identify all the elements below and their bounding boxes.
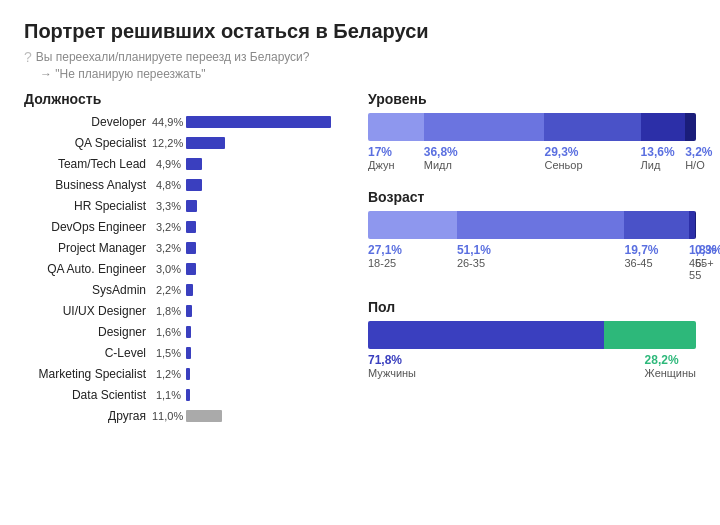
bar-pct: 4,9% — [152, 158, 186, 170]
stacked-label-text: 18-25 — [368, 257, 396, 269]
bar-pct: 44,9% — [152, 116, 186, 128]
stacked-label-pct: 17% — [368, 145, 392, 159]
bar-track — [186, 158, 344, 170]
stacked-label-pct: 3,2% — [685, 145, 712, 159]
bar-track — [186, 137, 344, 149]
level-labels: 17%Джун36,8%Мидл29,3%Сеньор13,6%Лид3,2%H… — [368, 145, 696, 171]
stacked-label-item: 0,3%55+ — [695, 243, 696, 281]
bar-track — [186, 116, 344, 128]
bar-track — [186, 347, 344, 359]
bar-chart: Developer44,9%QA Specialist12,2%Team/Tec… — [24, 113, 344, 425]
stacked-label-item: 27,1%18-25 — [368, 243, 457, 281]
bar-row: Marketing Specialist1,2% — [24, 365, 344, 383]
stacked-segment — [368, 211, 457, 239]
bar-fill — [186, 221, 196, 233]
bar-label: Business Analyst — [24, 178, 152, 192]
stacked-label-item: 13,6%Лид — [641, 145, 686, 171]
stacked-label-text: 36-45 — [624, 257, 652, 269]
bar-pct: 1,5% — [152, 347, 186, 359]
bar-label: DevOps Engineer — [24, 220, 152, 234]
bar-row: QA Auto. Engineer3,0% — [24, 260, 344, 278]
subtitle-answer: → "Не планирую переезжать" — [40, 67, 696, 81]
bar-pct: 2,2% — [152, 284, 186, 296]
bar-pct: 11,0% — [152, 410, 186, 422]
bar-fill — [186, 116, 331, 128]
bar-pct: 3,0% — [152, 263, 186, 275]
level-bar — [368, 113, 696, 141]
bar-fill — [186, 242, 196, 254]
bar-row: Project Manager3,2% — [24, 239, 344, 257]
gender-label-text: Мужчины — [368, 367, 416, 379]
stacked-label-text: 26-35 — [457, 257, 485, 269]
bar-fill — [186, 347, 191, 359]
stacked-label-item: 19,7%36-45 — [624, 243, 689, 281]
stacked-segment — [695, 211, 696, 239]
bar-fill — [186, 200, 197, 212]
bar-track — [186, 305, 344, 317]
age-labels: 27,1%18-2551,1%26-3519,7%36-451,8%46-550… — [368, 243, 696, 281]
level-title: Уровень — [368, 91, 696, 107]
bar-fill — [186, 326, 191, 338]
level-section: Уровень 17%Джун36,8%Мидл29,3%Сеньор13,6%… — [368, 91, 696, 171]
bar-track — [186, 389, 344, 401]
gender-label-pct: 28,2% — [645, 353, 696, 367]
stacked-segment — [424, 113, 545, 141]
stacked-segment — [544, 113, 640, 141]
stacked-label-pct: 51,1% — [457, 243, 491, 257]
page-title: Портрет решивших остаться в Беларуси — [24, 20, 696, 43]
bar-fill — [186, 389, 190, 401]
bar-pct: 3,2% — [152, 221, 186, 233]
bar-track — [186, 242, 344, 254]
left-panel: Должность Developer44,9%QA Specialist12,… — [24, 91, 344, 428]
bar-label: Designer — [24, 325, 152, 339]
bar-row: Designer1,6% — [24, 323, 344, 341]
bar-row: Data Scientist1,1% — [24, 386, 344, 404]
bar-pct: 3,3% — [152, 200, 186, 212]
bar-label: Data Scientist — [24, 388, 152, 402]
age-bar — [368, 211, 696, 239]
bar-label: Project Manager — [24, 241, 152, 255]
bar-fill — [186, 305, 192, 317]
bar-row: SysAdmin2,2% — [24, 281, 344, 299]
bar-pct: 12,2% — [152, 137, 186, 149]
bar-label: QA Specialist — [24, 136, 152, 150]
bar-track — [186, 326, 344, 338]
gender-segment — [368, 321, 604, 349]
bar-pct: 1,2% — [152, 368, 186, 380]
bar-pct: 1,8% — [152, 305, 186, 317]
stacked-label-item: 17%Джун — [368, 145, 424, 171]
bar-row: DevOps Engineer3,2% — [24, 218, 344, 236]
gender-title: Пол — [368, 299, 696, 315]
bar-row: Business Analyst4,8% — [24, 176, 344, 194]
stacked-label-pct: 27,1% — [368, 243, 402, 257]
stacked-segment — [641, 113, 686, 141]
bar-fill — [186, 137, 225, 149]
gender-label-pct: 71,8% — [368, 353, 416, 367]
bar-pct: 4,8% — [152, 179, 186, 191]
bar-fill — [186, 284, 193, 296]
gender-label-item: 28,2%Женщины — [645, 353, 696, 379]
age-section: Возраст 27,1%18-2551,1%26-3519,7%36-451,… — [368, 189, 696, 281]
gender-label-item: 71,8%Мужчины — [368, 353, 416, 379]
bar-label: Team/Tech Lead — [24, 157, 152, 171]
stacked-label-item: 3,2%H/O — [685, 145, 695, 171]
bar-label: UI/UX Designer — [24, 304, 152, 318]
stacked-segment — [368, 113, 424, 141]
gender-segment — [604, 321, 696, 349]
bar-track — [186, 410, 344, 422]
bar-fill — [186, 410, 222, 422]
gender-section: Пол 71,8%Мужчины28,2%Женщины — [368, 299, 696, 379]
bar-label: Marketing Specialist — [24, 367, 152, 381]
stacked-label-text: 55+ — [695, 257, 714, 269]
stacked-label-text: Джун — [368, 159, 395, 171]
bar-row: UI/UX Designer1,8% — [24, 302, 344, 320]
bar-track — [186, 221, 344, 233]
stacked-label-text: Мидл — [424, 159, 452, 171]
bar-label: Другая — [24, 409, 152, 423]
stacked-label-item: 36,8%Мидл — [424, 145, 545, 171]
stacked-label-item: 51,1%26-35 — [457, 243, 625, 281]
bar-row: Team/Tech Lead4,9% — [24, 155, 344, 173]
age-title: Возраст — [368, 189, 696, 205]
stacked-label-pct: 36,8% — [424, 145, 458, 159]
bar-label: QA Auto. Engineer — [24, 262, 152, 276]
